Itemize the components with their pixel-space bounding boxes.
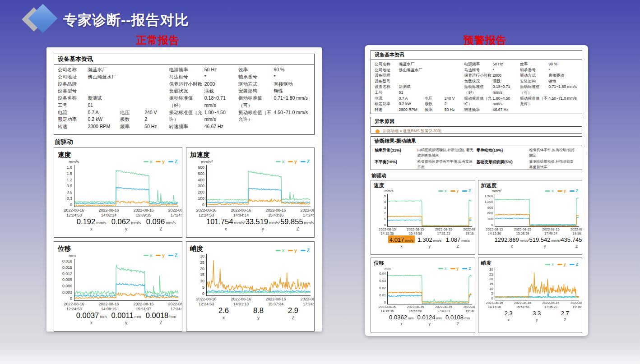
chart-velocity-warning: 速度mm/sxyZ5432102022-08-1514:15:362022-08… [371, 180, 475, 255]
info-label: 负载状况 [169, 88, 204, 95]
info-row: 电源频率50 Hz效率90 % [464, 61, 578, 67]
legend-item: x [276, 159, 285, 164]
chart-value-unit: mm/s² [552, 239, 561, 243]
info-row: 振动标准值 （好）0.18~0.71 mm/s振动标准值 （可）0.71~1.8… [464, 84, 578, 95]
legend-item: x [276, 248, 285, 253]
info-label: 电流 [375, 96, 399, 101]
info-row: 设备型号 [375, 78, 464, 84]
x-tick-label: 2022-08-1519:16:54 [570, 228, 582, 236]
chart-header: 加速度mm/s²xyZ [481, 182, 580, 193]
chart-header: 位移mmxyZ [58, 244, 178, 258]
series-line-y [207, 260, 310, 291]
x-axis-ticks: 2022-08-1514:15:362022-08-1515:55:582022… [387, 304, 472, 313]
x-tick-label: 2022-08-1614:08:15 [98, 302, 119, 311]
info-label: 额定功率 [58, 116, 88, 123]
chart-plot-area [206, 254, 311, 296]
x-axis-ticks: 2022-08-1514:15:362022-08-1515:51:582022… [495, 300, 580, 309]
x-tick-label: 2022-08-1514:15:36 [379, 228, 396, 236]
diagnosis-item-title: 轴承异常(31%) [375, 147, 417, 158]
chart-unit-label: mm [69, 253, 76, 258]
chart-unit-label: mm [385, 267, 390, 271]
info-label [425, 84, 445, 90]
info-label: 振动标准值（不允许） [238, 109, 274, 124]
chart-axis-letter: Z [276, 315, 311, 320]
x-tick-time: 15:39:35 [134, 213, 154, 218]
x-tick-label: 2022-08-1617:24:54 [301, 208, 315, 217]
info-value [399, 73, 425, 78]
info-label: 额定功率 [375, 101, 399, 107]
y-tick-label: 0.03 [379, 279, 386, 283]
chart-legend: xyZ [438, 189, 472, 193]
chart-svg [74, 165, 178, 207]
diagnosis-item-title: 不平衡(10%) [375, 159, 417, 170]
chart-header: 速度mm/sxyZ [374, 182, 472, 193]
x-tick-date: 2022-08-16 [196, 297, 217, 302]
chart-value-number: 0.096 [146, 217, 165, 226]
x-tick-date: 2022-08-16 [98, 208, 119, 213]
chart-value-column: 0.0362mmx [387, 313, 416, 326]
legend-label: Z [175, 253, 177, 258]
info-row: 公司地址佛山瀚蓝水厂 [58, 74, 169, 81]
y-tick-label: 0.3 [67, 196, 72, 201]
chart-unit-label: mm/s [69, 159, 79, 164]
chart-axis-letter: y [529, 244, 561, 249]
x-axis-ticks: 2022-08-1612:24:532022-08-1614:04:142022… [206, 207, 311, 217]
legend-dash-icon [557, 190, 562, 192]
chart-value-line: 2.9 [276, 306, 311, 315]
info-row: 转速频率46.67 Hz [464, 107, 578, 113]
legend-dash-icon [450, 190, 455, 192]
chart-value-number: 33.519 [246, 217, 268, 226]
legend-label: x [552, 189, 554, 193]
info-row: 工号01 [58, 102, 169, 109]
legend-label: Z [468, 189, 471, 193]
chart-value-unit: mm/s [405, 239, 413, 243]
chart-plot-area [74, 259, 178, 301]
info-value: 50 Hz [144, 123, 169, 130]
chart-kurtosis-normal: 峭度xyZ3025201510502022-08-1612:24:532022-… [186, 241, 315, 332]
abnormal-cause-box: 异常原因 后驱动端 x 速度RMS 预警(2.303); [371, 117, 582, 134]
chart-axis-letter: Z [444, 244, 472, 249]
abnormal-cause-item: 后驱动端 x 速度RMS 预警(2.303); [371, 127, 582, 134]
legend-dash-icon [462, 268, 467, 269]
x-tick-time: 14:15:36 [379, 232, 396, 236]
chart-value-line: 435.745mm/s² [561, 235, 582, 244]
x-tick-time: 15:37:34 [266, 302, 286, 307]
chart-axis-letter: x [495, 244, 529, 249]
y-tick-label: 1 [384, 217, 386, 221]
y-tick-label: 0 [70, 203, 72, 207]
info-row: 设备名称新测试 [58, 95, 169, 102]
info-label: 转速频率 [464, 107, 492, 113]
info-row: 电流0.7 A电压240 V [375, 96, 464, 101]
x-tick-label: 2022-08-1517:35:23 [543, 301, 560, 309]
info-label: 振动标准值 （好） [464, 84, 492, 95]
info-value [445, 84, 464, 90]
info-value: 2800 RPM [88, 123, 120, 130]
series-line-x [388, 200, 471, 226]
chart-svg [495, 267, 580, 300]
chart-value-column: 0.0124mmy [416, 313, 444, 326]
device-info-box: 设备基本资讯 公司名称瀚蓝水厂公司地址佛山瀚蓝水厂设备品牌设备型号设备名称新测试… [371, 50, 582, 114]
chart-value-column: 0.192mm/sx [74, 217, 109, 231]
legend-item: Z [168, 253, 177, 258]
x-tick-time: 14:15:36 [486, 232, 503, 236]
chart-value-column: 435.745mm/s²Z [561, 235, 582, 249]
y-tick-label: 500 [198, 171, 204, 176]
x-tick-time: 19:16:54 [464, 309, 475, 313]
chart-axis-letter: y [523, 318, 551, 322]
chart-velocity-normal: 速度mm/sxyZ1.81.51.20.90.60.302022-08-1612… [54, 147, 182, 238]
chart-value-unit: mm [408, 316, 414, 320]
y-axis-ticks: 543210 [374, 194, 387, 227]
legend-item: Z [570, 262, 578, 267]
y-axis-ticks: 6005004003002001000 [190, 165, 206, 207]
chart-value-number: 0.192 [77, 217, 95, 226]
highlighted-value: 4.017mm/s [388, 235, 415, 243]
info-value: 0.71~1.80 mm/s [548, 84, 578, 95]
chart-svg [388, 194, 472, 226]
chart-kurtosis-warning: 峭度xyZ3025201510502022-08-1514:15:362022-… [478, 258, 583, 332]
chart-acceleration-normal: 加速度mm/s²xyZ60050040030020010002022-08-16… [186, 147, 315, 238]
chart-axis-letter: x [387, 244, 416, 249]
x-axis-ticks: 2022-08-1514:15:362022-08-1515:58:592022… [495, 227, 580, 235]
diagnosis-item-desc: 重测基础振动值,补强基础后再重新试车 [529, 159, 578, 170]
y-tick-label: 3 [384, 206, 386, 210]
x-tick-label: 2022-08-1612:24:53 [64, 208, 84, 217]
